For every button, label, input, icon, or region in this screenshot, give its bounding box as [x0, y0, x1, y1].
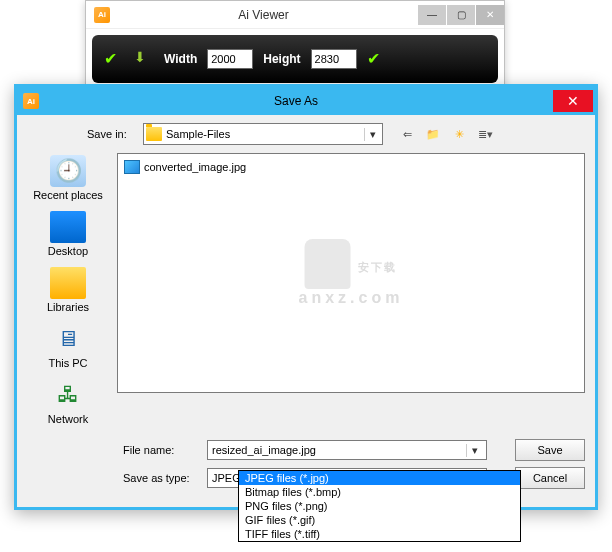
- sidebar-item-desktop[interactable]: Desktop: [29, 209, 107, 261]
- save-type-label: Save as type:: [123, 472, 199, 484]
- file-name-value: resized_ai_image.jpg: [212, 444, 316, 456]
- back-button[interactable]: ⇐: [397, 124, 417, 144]
- ai-viewer-window: Ai Ai Viewer — ▢ ✕ ✔ ⬇ Width Height ✔: [85, 0, 505, 90]
- libraries-icon: [50, 267, 86, 299]
- check-icon[interactable]: ✔: [104, 49, 124, 69]
- save-in-value: Sample-Files: [166, 128, 230, 140]
- chevron-down-icon[interactable]: ▾: [466, 444, 482, 457]
- width-label: Width: [164, 52, 197, 66]
- download-icon[interactable]: ⬇: [134, 49, 154, 69]
- width-input[interactable]: [207, 49, 253, 69]
- recent-places-icon: 🕘: [50, 155, 86, 187]
- save-as-app-icon: Ai: [23, 93, 39, 109]
- type-option[interactable]: Bitmap files (*.bmp): [239, 485, 520, 499]
- watermark-icon: [304, 239, 350, 289]
- desktop-icon: [50, 211, 86, 243]
- image-file-icon: [124, 160, 140, 174]
- file-name: converted_image.jpg: [144, 161, 246, 173]
- file-list-view[interactable]: converted_image.jpg 安下载 anxz.com: [117, 153, 585, 393]
- height-label: Height: [263, 52, 300, 66]
- file-name-input[interactable]: resized_ai_image.jpg ▾: [207, 440, 487, 460]
- close-button[interactable]: ✕: [476, 5, 504, 25]
- save-as-title: Save As: [39, 94, 553, 108]
- minimize-button[interactable]: —: [418, 5, 446, 25]
- height-input[interactable]: [311, 49, 357, 69]
- ai-viewer-title: Ai Viewer: [110, 8, 417, 22]
- ai-app-icon: Ai: [94, 7, 110, 23]
- network-icon: 🖧: [50, 379, 86, 411]
- places-sidebar: 🕘 Recent places Desktop Libraries 🖥 This…: [27, 153, 109, 429]
- save-in-label: Save in:: [87, 128, 137, 140]
- save-as-dialog: Ai Save As ✕ Save in: Sample-Files ▾ ⇐ 📁…: [14, 84, 598, 510]
- folder-icon: [146, 127, 162, 141]
- view-menu-button[interactable]: ≣▾: [475, 124, 495, 144]
- type-option[interactable]: PNG files (*.png): [239, 499, 520, 513]
- type-option[interactable]: JPEG files (*.jpg): [239, 471, 520, 485]
- save-type-dropdown[interactable]: JPEG files (*.jpg) Bitmap files (*.bmp) …: [238, 470, 521, 542]
- sidebar-item-network[interactable]: 🖧 Network: [29, 377, 107, 429]
- watermark: 安下载 anxz.com: [299, 239, 404, 307]
- type-option[interactable]: TIFF files (*.tiff): [239, 527, 520, 541]
- this-pc-icon: 🖥: [50, 323, 86, 355]
- save-in-combo[interactable]: Sample-Files ▾: [143, 123, 383, 145]
- new-folder-button[interactable]: ✳: [449, 124, 469, 144]
- file-item[interactable]: converted_image.jpg: [124, 160, 578, 174]
- save-as-titlebar[interactable]: Ai Save As ✕: [17, 87, 595, 115]
- sidebar-item-libraries[interactable]: Libraries: [29, 265, 107, 317]
- apply-icon[interactable]: ✔: [367, 49, 387, 69]
- type-option[interactable]: GIF files (*.gif): [239, 513, 520, 527]
- ai-viewer-titlebar[interactable]: Ai Ai Viewer — ▢ ✕: [86, 1, 504, 29]
- chevron-down-icon[interactable]: ▾: [364, 128, 380, 141]
- sidebar-item-thispc[interactable]: 🖥 This PC: [29, 321, 107, 373]
- sidebar-item-recent[interactable]: 🕘 Recent places: [29, 153, 107, 205]
- cancel-button[interactable]: Cancel: [515, 467, 585, 489]
- save-button[interactable]: Save: [515, 439, 585, 461]
- close-button[interactable]: ✕: [553, 90, 593, 112]
- file-name-label: File name:: [123, 444, 199, 456]
- ai-viewer-toolbar: ✔ ⬇ Width Height ✔: [92, 35, 498, 83]
- maximize-button[interactable]: ▢: [447, 5, 475, 25]
- up-folder-button[interactable]: 📁: [423, 124, 443, 144]
